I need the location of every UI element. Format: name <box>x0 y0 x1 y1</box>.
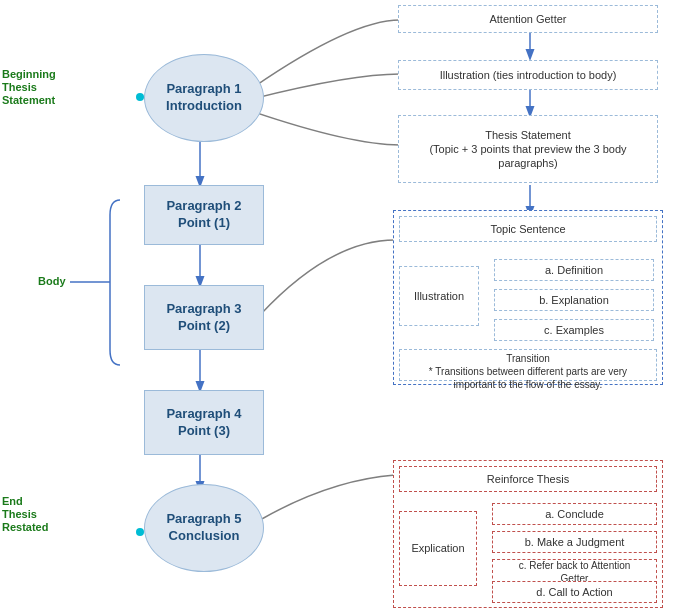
topic-sentence-label: Topic Sentence <box>490 222 565 236</box>
definition-label: a. Definition <box>545 263 603 277</box>
transition-node: Transition * Transitions between differe… <box>399 349 657 381</box>
definition-node: a. Definition <box>494 259 654 281</box>
attention-getter-label: Attention Getter <box>489 12 566 26</box>
beginning-label: Beginning Thesis Statement <box>2 68 72 108</box>
reinforce-thesis-node: Reinforce Thesis <box>399 466 657 492</box>
illustration2-node: Illustration <box>399 266 479 326</box>
end-label: End Thesis Restated <box>2 495 72 535</box>
explanation-label: b. Explanation <box>539 293 609 307</box>
explication-node: Explication <box>399 511 477 586</box>
body-label: Body <box>38 275 66 288</box>
beginning-dot <box>136 93 144 101</box>
explanation-node: b. Explanation <box>494 289 654 311</box>
judgment-label: b. Make a Judgment <box>525 535 625 549</box>
examples-node: c. Examples <box>494 319 654 341</box>
conclude-label: a. Conclude <box>545 507 604 521</box>
para1-label: Paragraph 1 Introduction <box>166 81 242 115</box>
topic-sentence-node: Topic Sentence <box>399 216 657 242</box>
conclude-node: a. Conclude <box>492 503 657 525</box>
para4-label: Paragraph 4 Point (3) <box>166 406 241 440</box>
para3-label: Paragraph 3 Point (2) <box>166 301 241 335</box>
thesis-statement-node: Thesis Statement (Topic + 3 points that … <box>398 115 658 183</box>
transition-label: Transition * Transitions between differe… <box>429 352 627 391</box>
para1-node: Paragraph 1 Introduction <box>144 54 264 142</box>
para5-label: Paragraph 5 Conclusion <box>166 511 241 545</box>
para5-node: Paragraph 5 Conclusion <box>144 484 264 572</box>
para3-node: Paragraph 3 Point (2) <box>144 285 264 350</box>
call-label: d. Call to Action <box>536 585 612 599</box>
thesis-statement-label: Thesis Statement (Topic + 3 points that … <box>429 128 626 171</box>
attention-getter-node: Attention Getter <box>398 5 658 33</box>
para4-node: Paragraph 4 Point (3) <box>144 390 264 455</box>
judgment-node: b. Make a Judgment <box>492 531 657 553</box>
explication-label: Explication <box>411 541 464 555</box>
illustration2-label: Illustration <box>414 289 464 303</box>
examples-label: c. Examples <box>544 323 604 337</box>
reinforce-thesis-label: Reinforce Thesis <box>487 472 569 486</box>
para2-node: Paragraph 2 Point (1) <box>144 185 264 245</box>
call-node: d. Call to Action <box>492 581 657 603</box>
para2-label: Paragraph 2 Point (1) <box>166 198 241 232</box>
end-dot <box>136 528 144 536</box>
illustration1-label: Illustration (ties introduction to body) <box>440 68 617 82</box>
illustration1-node: Illustration (ties introduction to body) <box>398 60 658 90</box>
